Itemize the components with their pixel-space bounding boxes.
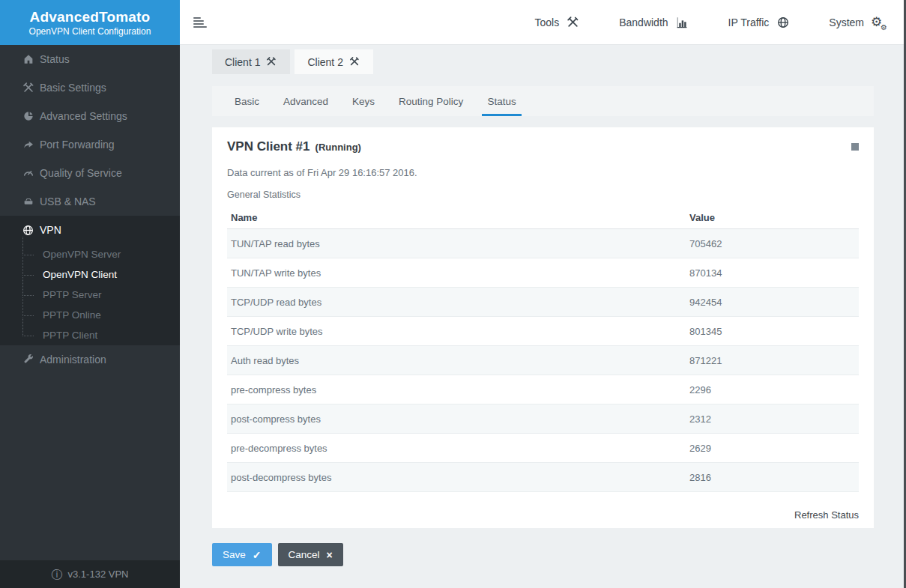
tab-basic[interactable]: Basic: [223, 86, 271, 116]
statistics-table: Name Value TUN/TAP read bytes 705462 TUN…: [227, 207, 859, 492]
firmware-version: v3.1-132 VPN: [68, 569, 129, 580]
stat-value: 2312: [689, 413, 855, 425]
sidebar-subitem-pptp-client[interactable]: PPTP Client: [0, 325, 180, 345]
sidebar-item-port-forwarding[interactable]: Port Forwarding: [0, 130, 180, 159]
tools-icon: [266, 56, 277, 67]
home-icon: [22, 53, 34, 66]
sidebar-item-label: USB & NAS: [40, 196, 96, 207]
sidebar-item-quality-of-service[interactable]: Quality of Service: [0, 159, 180, 187]
stat-name: Auth read bytes: [231, 355, 689, 366]
table-row: TCP/UDP read bytes 942454: [227, 288, 859, 317]
tools-icon: [566, 15, 580, 29]
topbar-item-label: Bandwidth: [619, 16, 668, 28]
stat-name: post-compress bytes: [231, 413, 689, 425]
sidebar-subitem-label: PPTP Server: [43, 289, 102, 300]
section-label: General Statistics: [227, 190, 859, 200]
sidebar-item-label: Port Forwarding: [40, 139, 115, 151]
stop-square-icon[interactable]: [851, 143, 859, 151]
brand-subtitle: OpenVPN Client Configuration: [0, 26, 180, 37]
stat-name: TUN/TAP read bytes: [231, 238, 689, 249]
globe-icon: [22, 224, 34, 237]
stat-value: 801345: [689, 326, 855, 337]
table-row: TUN/TAP read bytes 705462: [227, 229, 859, 258]
topbar-menu: Tools Bandwidth IP Traffic: [535, 15, 906, 29]
stat-name: pre-decompress bytes: [231, 443, 689, 454]
cancel-button[interactable]: Cancel ×: [278, 543, 343, 566]
vpn-status-card: VPN Client #1 (Running) Data current as …: [212, 127, 874, 528]
globe-icon: [776, 15, 790, 29]
wrench-icon: [22, 354, 34, 366]
sidebar-item-usb-nas[interactable]: USB & NAS: [0, 187, 180, 216]
table-row: TUN/TAP write bytes 870134: [227, 258, 859, 288]
pie-icon: [22, 110, 34, 123]
sidebar-item-label: Administration: [40, 354, 106, 366]
topbar-item-system[interactable]: System ⚙⚙: [829, 15, 885, 29]
sidebar-subitem-label: OpenVPN Client: [43, 269, 117, 280]
stat-value: 871221: [689, 355, 855, 366]
sidebar-item-advanced-settings[interactable]: Advanced Settings: [0, 102, 180, 130]
column-header-name: Name: [231, 212, 689, 223]
subtab-bar: Basic Advanced Keys Routing Policy Statu…: [212, 86, 874, 116]
subtab-label: Status: [487, 96, 516, 107]
table-row: pre-compress bytes 2296: [227, 375, 859, 404]
sidebar-item-administration[interactable]: Administration: [0, 345, 180, 374]
sidebar-footer: ⓘ v3.1-132 VPN: [0, 560, 180, 588]
refresh-status-link[interactable]: Refresh Status: [794, 509, 859, 521]
sidebar-nav: Status Basic Settings Advanced Settings …: [0, 45, 180, 374]
sidebar-item-label: Status: [40, 53, 70, 65]
menu-lines-icon[interactable]: [189, 13, 211, 32]
sidebar-subitem-label: OpenVPN Server: [43, 249, 121, 260]
tab-label: Client 2: [307, 56, 342, 68]
stat-value: 870134: [689, 267, 855, 279]
close-icon: ×: [327, 550, 333, 560]
sidebar-spacer: [0, 374, 180, 560]
client-tabs: Client 1 Client 2: [212, 49, 874, 74]
speedometer-icon: [22, 167, 34, 180]
topbar-item-label: System: [829, 16, 864, 28]
subtab-label: Basic: [235, 96, 259, 107]
running-status: (Running): [315, 139, 361, 153]
tab-client-2[interactable]: Client 2: [295, 49, 372, 74]
sidebar-item-basic-settings[interactable]: Basic Settings: [0, 73, 180, 102]
sidebar: AdvancedTomato OpenVPN Client Configurat…: [0, 0, 180, 588]
content: Client 1 Client 2 Basic Advanced Keys R: [180, 45, 906, 588]
tab-routing-policy[interactable]: Routing Policy: [387, 86, 475, 116]
check-icon: ✓: [253, 550, 262, 560]
save-button[interactable]: Save ✓: [212, 543, 272, 566]
topbar-item-label: IP Traffic: [728, 16, 770, 28]
stat-name: post-decompress bytes: [231, 472, 689, 483]
table-header-row: Name Value: [227, 207, 859, 229]
topbar-item-tools[interactable]: Tools: [535, 15, 581, 29]
card-title: VPN Client #1: [227, 139, 310, 154]
sidebar-subitem-label: PPTP Client: [43, 330, 97, 341]
card-header: VPN Client #1 (Running): [227, 139, 859, 154]
tab-keys[interactable]: Keys: [340, 86, 387, 116]
tab-status[interactable]: Status: [475, 86, 528, 116]
tab-advanced[interactable]: Advanced: [271, 86, 340, 116]
topbar-item-bandwidth[interactable]: Bandwidth: [619, 15, 689, 29]
stat-value: 2816: [689, 472, 855, 483]
sidebar-item-status[interactable]: Status: [0, 45, 180, 73]
stat-name: TCP/UDP read bytes: [231, 297, 689, 308]
topbar-item-ip-traffic[interactable]: IP Traffic: [728, 15, 791, 29]
sidebar-item-label: VPN: [40, 224, 61, 236]
info-circle-icon: ⓘ: [52, 569, 63, 580]
column-header-value: Value: [689, 212, 855, 223]
sidebar-subitem-label: PPTP Online: [43, 309, 101, 321]
table-row: post-compress bytes 2312: [227, 404, 859, 434]
sidebar-item-label: Quality of Service: [40, 167, 122, 179]
topbar: Tools Bandwidth IP Traffic: [180, 0, 906, 45]
action-buttons: Save ✓ Cancel ×: [212, 543, 874, 588]
subtab-label: Advanced: [283, 96, 328, 107]
stat-value: 942454: [689, 297, 855, 308]
forward-arrow-icon: [22, 139, 34, 151]
tab-client-1[interactable]: Client 1: [212, 49, 290, 74]
tools-icon: [22, 82, 34, 94]
topbar-item-label: Tools: [535, 16, 560, 28]
brand-title: AdvancedTomato: [0, 9, 180, 25]
tools-icon: [349, 56, 360, 67]
tab-label: Client 1: [225, 56, 260, 68]
table-row: Auth read bytes 871221: [227, 346, 859, 375]
stat-name: TCP/UDP write bytes: [231, 326, 689, 337]
table-row: post-decompress bytes 2816: [227, 463, 859, 492]
